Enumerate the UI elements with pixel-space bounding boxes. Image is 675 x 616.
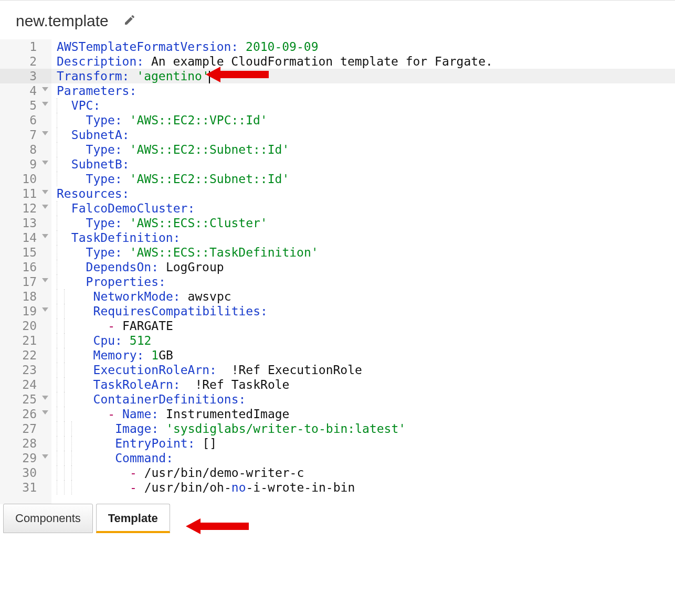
annotation-arrow-line3 — [206, 67, 269, 82]
code-token: - — [108, 407, 115, 421]
code-line[interactable]: Transform: 'agentino' — [51, 69, 675, 83]
code-token: VPC: — [64, 99, 100, 112]
code-token: InstrumentedImage — [166, 407, 289, 421]
gutter-line: 17 — [0, 274, 51, 289]
code-token: Type: — [64, 246, 130, 259]
code-token: 'AWS::EC2::VPC::Id' — [130, 113, 268, 127]
gutter-line: 19 — [0, 304, 51, 318]
indent-guide — [57, 113, 64, 128]
fold-icon[interactable] — [42, 87, 48, 91]
fold-icon[interactable] — [42, 161, 48, 165]
fold-icon[interactable] — [42, 454, 48, 459]
code-token: ContainerDefinitions: — [71, 392, 246, 406]
fold-icon[interactable] — [42, 410, 48, 415]
code-editor[interactable]: 1234567891011121314151617181920212223242… — [0, 39, 675, 504]
code-line[interactable]: - FARGATE — [51, 318, 675, 333]
code-token: -i-wrote-in-bin — [246, 481, 355, 494]
code-token — [71, 407, 108, 421]
code-line[interactable]: - /usr/bin/oh-no-i-wrote-in-bin — [51, 480, 675, 495]
gutter-line: 13 — [0, 216, 51, 230]
code-line[interactable]: Type: 'AWS::EC2::VPC::Id' — [51, 113, 675, 128]
code-line[interactable]: ExecutionRoleArn: !Ref ExecutionRole — [51, 363, 675, 377]
code-line[interactable]: Command: — [51, 451, 675, 465]
gutter-line: 22 — [0, 348, 51, 363]
fold-icon[interactable] — [42, 234, 48, 238]
indent-guide — [57, 157, 64, 172]
indent-guide — [57, 318, 64, 333]
code-line[interactable]: NetworkMode: awsvpc — [51, 289, 675, 304]
indent-guide — [71, 465, 79, 480]
indent-guide — [64, 480, 71, 495]
code-token: Image: — [79, 422, 166, 436]
code-line[interactable]: SubnetA: — [51, 128, 675, 142]
code-line[interactable]: FalcoDemoCluster: — [51, 201, 675, 216]
indent-guide — [57, 480, 64, 495]
code-line[interactable]: Type: 'AWS::EC2::Subnet::Id' — [51, 142, 675, 157]
code-line[interactable]: DependsOn: LogGroup — [51, 260, 675, 274]
fold-icon[interactable] — [42, 396, 48, 400]
code-token: LogGroup — [166, 260, 224, 274]
code-line[interactable]: Properties: — [51, 274, 675, 289]
code-content[interactable]: AWSTemplateFormatVersion: 2010-09-09Desc… — [51, 39, 675, 495]
indent-guide — [64, 465, 71, 480]
code-token: TaskRoleArn: — [71, 378, 188, 391]
code-token: 'sysdiglabs/writer-to-bin:latest' — [166, 422, 406, 436]
fold-icon[interactable] — [42, 278, 48, 282]
code-line[interactable]: - Name: InstrumentedImage — [51, 407, 675, 421]
indent-guide — [64, 436, 71, 451]
code-line[interactable]: Cpu: 512 — [51, 333, 675, 348]
code-token: Cpu: — [71, 334, 130, 347]
code-token: - — [130, 481, 137, 494]
code-line[interactable]: Parameters: — [51, 83, 675, 98]
code-line[interactable]: Type: 'AWS::ECS::Cluster' — [51, 216, 675, 230]
fold-icon[interactable] — [42, 307, 48, 312]
code-line[interactable]: Resources: — [51, 186, 675, 201]
tab-bar: Components Template — [3, 504, 173, 533]
code-line[interactable]: Type: 'AWS::ECS::TaskDefinition' — [51, 245, 675, 260]
gutter-line: 8 — [0, 142, 51, 157]
code-token: SubnetA: — [64, 128, 130, 142]
tab-template[interactable]: Template — [96, 504, 170, 533]
code-line[interactable]: ContainerDefinitions: — [51, 392, 675, 407]
gutter-line: 20 — [0, 318, 51, 333]
indent-guide — [64, 348, 71, 363]
code-line[interactable]: Memory: 1GB — [51, 348, 675, 363]
code-token: Transform: — [57, 69, 136, 83]
svg-marker-0 — [206, 67, 269, 82]
code-token: 'AWS::EC2::Subnet::Id' — [130, 172, 290, 186]
code-line[interactable]: VPC: — [51, 98, 675, 113]
fold-icon[interactable] — [42, 190, 48, 194]
code-token — [71, 319, 108, 333]
code-line[interactable]: EntryPoint: [] — [51, 436, 675, 451]
code-token: 'AWS::ECS::Cluster' — [130, 216, 268, 230]
code-line[interactable]: - /usr/bin/demo-writer-c — [51, 465, 675, 480]
edit-icon[interactable] — [123, 14, 136, 28]
fold-icon[interactable] — [42, 102, 48, 106]
indent-guide — [64, 289, 71, 304]
indent-guide — [57, 304, 64, 318]
indent-guide — [71, 451, 79, 465]
gutter-line: 30 — [0, 465, 51, 480]
indent-guide — [57, 274, 64, 289]
code-line[interactable]: Description: An example CloudFormation t… — [51, 54, 675, 69]
code-line[interactable]: RequiresCompatibilities: — [51, 304, 675, 318]
indent-guide — [64, 392, 71, 407]
indent-guide — [57, 436, 64, 451]
code-line[interactable]: TaskDefinition: — [51, 230, 675, 245]
gutter-line: 24 — [0, 377, 51, 392]
indent-guide — [57, 451, 64, 465]
gutter-line: 9 — [0, 157, 51, 172]
fold-icon[interactable] — [42, 205, 48, 209]
code-token: Command: — [79, 451, 173, 465]
gutter-line: 12 — [0, 201, 51, 216]
code-line[interactable]: AWSTemplateFormatVersion: 2010-09-09 — [51, 39, 675, 54]
code-token: !Ref TaskRole — [188, 378, 290, 391]
gutter-line: 7 — [0, 128, 51, 142]
code-line[interactable]: SubnetB: — [51, 157, 675, 172]
tab-components[interactable]: Components — [3, 504, 93, 533]
fold-icon[interactable] — [42, 131, 48, 135]
code-line[interactable]: Type: 'AWS::EC2::Subnet::Id' — [51, 172, 675, 186]
code-line[interactable]: Image: 'sysdiglabs/writer-to-bin:latest' — [51, 421, 675, 436]
code-line[interactable]: TaskRoleArn: !Ref TaskRole — [51, 377, 675, 392]
gutter-line: 14 — [0, 230, 51, 245]
